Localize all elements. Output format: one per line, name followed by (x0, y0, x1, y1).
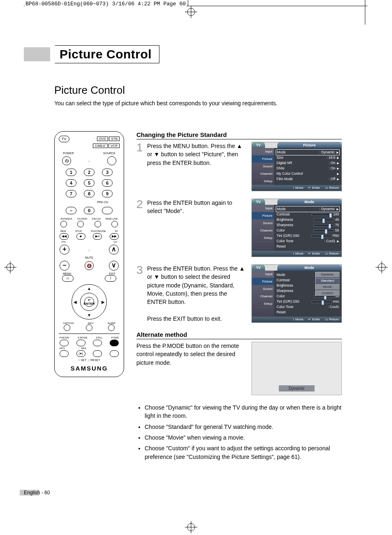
remote-color-btn2 (110, 350, 119, 357)
vrule (188, 0, 188, 6)
page-title-bar: Picture Control (54, 45, 342, 63)
remote-vol-label: VOL (61, 241, 66, 243)
remote-pmode-label: P.MODE (60, 336, 69, 339)
osd-side-sound: Sound (252, 163, 274, 170)
remote-stb-btn: STB (109, 137, 120, 141)
remote-ch-label: CH (113, 241, 117, 243)
remote-antenna-btn (60, 221, 67, 227)
remote-antenna-label: ANTENNA (60, 218, 72, 220)
remote-psize-label: P.SIZE (111, 336, 119, 339)
section-heading-1: Changing the Picture Standard (136, 131, 342, 139)
remote-dvd-btn: DVD (97, 137, 108, 141)
bullet-item: Choose "Custom" if you want to adjust th… (145, 444, 342, 461)
remote-play-btn: ▶II (93, 233, 102, 240)
bullet-item: Choose "Standard" for general TV watchin… (145, 423, 342, 431)
step-text: Press the ENTER button. Press the ▲ or ▼… (147, 264, 247, 323)
intro-text: You can select the type of picture which… (54, 100, 342, 107)
dropdown-movie: Movie (315, 284, 340, 290)
osd-pmode-popup: Dynamic (279, 385, 315, 391)
remote-still-btn (93, 340, 102, 346)
remote-wiselink-label: WISE LINK (106, 218, 118, 220)
osd-side-picture: Picture (252, 155, 274, 163)
remote-power-btn: ⏻ (62, 156, 71, 165)
dropdown-dynamic: Dynamic (315, 272, 340, 278)
bullet-item: Choose "Movie" when viewing a movie. (145, 433, 342, 442)
remote-reset-label: RESET (90, 359, 100, 361)
osd-sidebar: InputPictureSoundChannelSetup (252, 205, 274, 251)
remote-info-btn (86, 324, 92, 331)
remote-favch-btn (95, 221, 101, 227)
title-gray-block (24, 47, 50, 61)
remote-psize-btn (110, 340, 119, 346)
remote-rew-label: REW (60, 230, 66, 232)
remote-cable-btn: CABLE (93, 144, 108, 148)
page-title: Picture Control (54, 45, 159, 63)
remote-num-5: 5 (84, 179, 95, 187)
remote-srs-label: SRS (81, 347, 86, 350)
osd-side-channel: Channel (252, 170, 274, 178)
remote-num-0: 0 (84, 207, 95, 214)
bullet-list: Choose "Dynamic" for viewing the TV duri… (136, 403, 342, 461)
remote-dpad: ▲▼◀▶ ↵ENTER (71, 284, 107, 320)
page-footer: English - 60 (24, 490, 50, 496)
osd-screenshot-4: Dynamic (251, 342, 342, 395)
osd-title: Picture (277, 142, 341, 148)
remote-ff-btn: ▶▶ (110, 233, 119, 240)
remote-prech-btn (102, 207, 113, 214)
registration-mark (376, 261, 388, 273)
registration-mark (185, 521, 197, 533)
remote-ch-down: ∨ (109, 261, 119, 271)
remote-ff-label: FF (115, 230, 118, 232)
remote-num-8: 8 (84, 190, 95, 197)
osd-tv-tab: TV (252, 142, 265, 148)
remote-pmode-btn (60, 340, 69, 346)
remote-brand: SAMSUNG (59, 365, 120, 372)
remote-num-1: 1 (66, 169, 76, 176)
osd-side-input: Input (252, 148, 274, 155)
remote-stop-label: STOP (75, 230, 82, 232)
remote-vol-down: – (60, 261, 69, 271)
step-number: 3 (136, 264, 145, 323)
remote-num-4: 4 (66, 179, 76, 187)
remote-set-label: SET (81, 359, 87, 361)
remote-menu-btn: ▭ (62, 275, 74, 282)
remote-color-btn (93, 350, 102, 357)
remote-source-btn (107, 156, 116, 165)
remote-dash-btn: – (66, 207, 76, 214)
step-text: Press the MENU button. Press the ▲ or ▼ … (147, 142, 247, 191)
remote-still-label: STILL (96, 336, 103, 339)
osd-screenshot-3: TVMode InputPictureSoundChannelSetup Mod… (251, 264, 342, 323)
remote-menu-label: MENU (63, 272, 71, 275)
remote-vcr-btn: VCR (108, 144, 120, 148)
bullet-item: Choose "Dynamic" for viewing the TV duri… (145, 403, 342, 420)
remote-smode-btn (76, 340, 85, 346)
osd-screenshot-1: TVPicture Input Picture Sound Channel Se… (251, 142, 342, 191)
remote-srs-btn: (●) (76, 350, 85, 357)
dropdown-custom: Custom (315, 290, 340, 296)
step-number: 1 (136, 142, 145, 191)
osd-tv-tab: TV (252, 199, 265, 205)
registration-mark (185, 6, 197, 18)
remote-num-7: 7 (66, 190, 76, 197)
remote-vol-up: + (60, 245, 69, 255)
remote-mts-btn (60, 350, 69, 357)
remote-caption-label: CAPTION (63, 322, 74, 324)
remote-num-2: 2 (84, 169, 95, 176)
remote-wiselink-btn (111, 221, 118, 227)
print-slug: BP68-00586D-01Eng(060~073) 3/16/06 4:22 … (25, 1, 187, 7)
remote-power-label: POWER (63, 152, 74, 155)
remote-favch-label: FAV.CH (92, 218, 101, 220)
remote-exit-label: EXIT (109, 272, 115, 275)
remote-smode-label: S.MODE (78, 336, 88, 339)
remote-sleep-btn (108, 324, 115, 331)
osd-main: Mode: Dynamic▶ Size: 16:9▶ Digital NR: O… (274, 148, 341, 185)
remote-play-label: PLAY/PAUSE (91, 230, 106, 232)
remote-mute-btn: 🔇 (85, 261, 94, 270)
osd-title: Mode (277, 199, 341, 205)
section-heading-2: Alternate method (136, 331, 342, 339)
remote-control-illustration: TV DVD STB CABLE VCR POWERSOURCE ⏻∴ 123 … (54, 131, 124, 377)
remote-rew-btn: ◀◀ (60, 233, 69, 240)
remote-num-9: 9 (102, 190, 113, 197)
osd-screenshot-2: TVMode InputPictureSoundChannelSetup Mod… (251, 199, 342, 257)
alternate-text: Press the P.MODE button on the remote co… (136, 342, 247, 395)
